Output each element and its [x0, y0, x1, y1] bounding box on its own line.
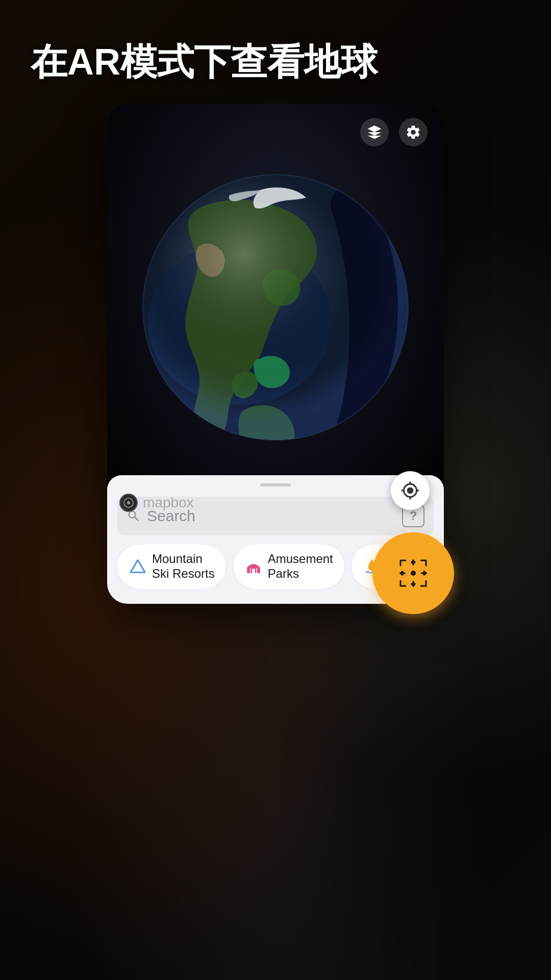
svg-point-13	[411, 571, 416, 576]
layers-button[interactable]	[360, 118, 389, 146]
page-title: 在AR模式下查看地球	[0, 0, 551, 104]
settings-button[interactable]	[399, 118, 428, 146]
globe-container	[138, 169, 413, 445]
category-amusement-label2: Parks	[268, 567, 333, 581]
category-mountain-ski[interactable]: Mountain Ski Resorts	[117, 545, 226, 589]
mapbox-logo: mapbox	[119, 494, 194, 512]
svg-rect-10	[257, 568, 260, 573]
category-mountain-label2: Ski Resorts	[152, 567, 215, 581]
category-amusement-label1: Amusement	[268, 552, 333, 567]
svg-marker-8	[131, 560, 145, 572]
amusement-icon	[244, 557, 263, 576]
category-amusement-parks[interactable]: Amusement Parks	[233, 545, 344, 589]
globe-area: mapbox	[107, 104, 444, 522]
location-button[interactable]	[391, 471, 430, 510]
mountain-icon	[129, 557, 147, 576]
mapbox-logo-text: mapbox	[143, 495, 194, 511]
svg-rect-9	[247, 568, 250, 573]
sheet-handle	[260, 483, 291, 486]
svg-rect-12	[252, 569, 255, 573]
app-card: mapbox Search ?	[107, 104, 444, 604]
svg-point-7	[127, 501, 130, 504]
ar-mode-button[interactable]	[372, 532, 454, 614]
category-mountain-label1: Mountain	[152, 552, 215, 567]
